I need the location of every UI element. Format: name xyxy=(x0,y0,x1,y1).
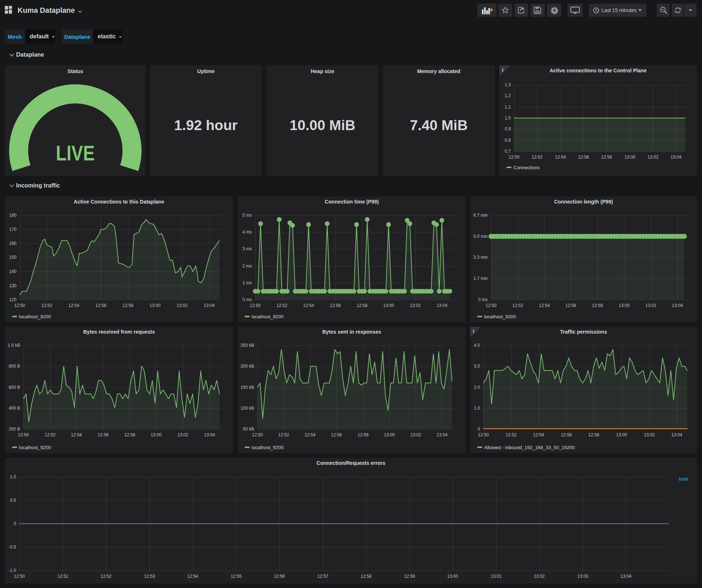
svg-text:12:58: 12:58 xyxy=(588,432,599,437)
svg-text:12:50: 12:50 xyxy=(486,303,497,308)
svg-text:6.7 min: 6.7 min xyxy=(473,213,488,218)
svg-text:Connection time (P99): Connection time (P99) xyxy=(325,199,379,205)
svg-text:13:02: 13:02 xyxy=(177,432,188,437)
svg-text:12:50: 12:50 xyxy=(18,432,29,437)
svg-text:13:00: 13:00 xyxy=(616,432,627,437)
svg-text:-1.0: -1.0 xyxy=(8,568,16,573)
svg-text:13:02: 13:02 xyxy=(410,432,421,437)
svg-text:12:58: 12:58 xyxy=(592,303,603,308)
svg-text:12:51: 12:51 xyxy=(57,574,68,579)
svg-text:1.1: 1.1 xyxy=(505,105,511,110)
svg-text:12:52: 12:52 xyxy=(506,432,517,437)
svg-text:12:58: 12:58 xyxy=(124,432,135,437)
svg-text:150 kB: 150 kB xyxy=(241,385,254,390)
svg-text:13:04: 13:04 xyxy=(204,432,215,437)
svg-text:200 B: 200 B xyxy=(9,426,20,432)
svg-text:5 ms: 5 ms xyxy=(242,213,252,218)
svg-text:12:58: 12:58 xyxy=(122,303,133,308)
svg-text:13:00: 13:00 xyxy=(384,432,395,437)
svg-text:Active Connections to this Dat: Active Connections to this Dataplane xyxy=(74,199,165,205)
svg-text:3.0: 3.0 xyxy=(474,364,480,369)
svg-text:Traffic permissions: Traffic permissions xyxy=(560,329,607,335)
svg-text:100 kB: 100 kB xyxy=(241,406,254,411)
svg-text:Connection length (P99): Connection length (P99) xyxy=(554,199,613,205)
svg-text:600 B: 600 B xyxy=(9,385,20,390)
svg-text:12:56: 12:56 xyxy=(330,303,341,308)
svg-text:localhost_9200: localhost_9200 xyxy=(252,445,283,450)
svg-text:12:52: 12:52 xyxy=(41,303,52,308)
svg-text:Connection/Requests errors: Connection/Requests errors xyxy=(317,460,385,466)
svg-text:-0.5: -0.5 xyxy=(8,545,16,550)
svg-text:1.7 min: 1.7 min xyxy=(473,276,488,281)
svg-text:Bytes sent in responses: Bytes sent in responses xyxy=(322,329,381,335)
svg-text:1 ms: 1 ms xyxy=(242,280,252,285)
svg-text:12:52: 12:52 xyxy=(532,155,543,160)
svg-text:12:56: 12:56 xyxy=(274,574,285,579)
svg-text:180: 180 xyxy=(9,213,16,218)
svg-text:3 ms: 3 ms xyxy=(242,246,252,251)
svg-text:12:52: 12:52 xyxy=(512,303,523,308)
svg-text:12:54: 12:54 xyxy=(68,303,79,308)
svg-text:12:54: 12:54 xyxy=(539,303,550,308)
svg-text:13:02: 13:02 xyxy=(410,303,421,308)
svg-text:i: i xyxy=(502,67,503,73)
svg-text:12:52: 12:52 xyxy=(276,303,287,308)
svg-text:0.9: 0.9 xyxy=(505,126,511,132)
svg-text:localhost_9200: localhost_9200 xyxy=(252,314,283,319)
svg-text:1.0: 1.0 xyxy=(505,115,511,121)
svg-text:12:54: 12:54 xyxy=(533,432,544,437)
svg-text:150: 150 xyxy=(9,255,16,260)
svg-text:13:04: 13:04 xyxy=(620,574,631,579)
svg-text:13:02: 13:02 xyxy=(177,303,188,308)
svg-text:0.7: 0.7 xyxy=(505,149,511,154)
svg-text:12:58: 12:58 xyxy=(356,303,367,308)
svg-text:12:54: 12:54 xyxy=(303,303,314,308)
svg-text:12:50: 12:50 xyxy=(14,303,25,308)
svg-text:0.8: 0.8 xyxy=(505,138,511,143)
svg-text:13:02: 13:02 xyxy=(648,155,658,160)
svg-text:12:56: 12:56 xyxy=(565,303,576,308)
svg-text:12:53: 12:53 xyxy=(144,574,155,579)
svg-text:50 kB: 50 kB xyxy=(243,426,254,432)
svg-text:13:01: 13:01 xyxy=(491,574,502,579)
svg-text:12:52: 12:52 xyxy=(101,574,112,579)
svg-text:1.3: 1.3 xyxy=(505,82,511,87)
svg-text:13:02: 13:02 xyxy=(534,574,545,579)
svg-text:1.0: 1.0 xyxy=(10,474,16,479)
svg-text:12:50: 12:50 xyxy=(252,432,263,437)
svg-text:170: 170 xyxy=(9,227,16,232)
svg-text:12:50: 12:50 xyxy=(250,303,261,308)
svg-text:Active connections to the Cont: Active connections to the Control Plane xyxy=(550,68,646,73)
svg-text:1.0: 1.0 xyxy=(474,406,480,411)
svg-text:140: 140 xyxy=(9,269,16,274)
svg-text:1.0 kB: 1.0 kB xyxy=(8,343,20,348)
svg-text:12:56: 12:56 xyxy=(561,432,572,437)
svg-text:0 ms: 0 ms xyxy=(478,297,488,302)
svg-text:0: 0 xyxy=(14,521,16,526)
svg-text:1.2: 1.2 xyxy=(505,93,511,98)
svg-text:4 ms: 4 ms xyxy=(242,229,252,235)
svg-text:2.0: 2.0 xyxy=(474,385,480,390)
svg-text:160: 160 xyxy=(9,241,16,246)
svg-text:12:50: 12:50 xyxy=(478,432,489,437)
svg-text:localhost_9200: localhost_9200 xyxy=(19,445,51,450)
svg-text:2 ms: 2 ms xyxy=(242,263,252,269)
svg-text:12:58: 12:58 xyxy=(358,432,369,437)
svg-text:12:54: 12:54 xyxy=(305,432,316,437)
svg-text:13:00: 13:00 xyxy=(619,303,630,308)
svg-text:12:52: 12:52 xyxy=(45,432,56,437)
svg-text:13:04: 13:04 xyxy=(437,432,448,437)
svg-text:Connections: Connections xyxy=(513,165,540,170)
svg-text:12:57: 12:57 xyxy=(317,574,328,579)
svg-text:LIVE: LIVE xyxy=(56,141,95,165)
svg-text:12:58: 12:58 xyxy=(601,155,612,160)
svg-text:200 kB: 200 kB xyxy=(241,364,254,369)
svg-text:localhost_9200: localhost_9200 xyxy=(19,314,51,319)
svg-text:12:58: 12:58 xyxy=(361,574,371,579)
svg-text:12:56: 12:56 xyxy=(95,303,106,308)
svg-text:13:04: 13:04 xyxy=(671,432,682,437)
svg-text:12:56: 12:56 xyxy=(331,432,342,437)
svg-text:5.0 min: 5.0 min xyxy=(473,234,488,239)
svg-text:13:00: 13:00 xyxy=(624,155,635,160)
svg-text:13:02: 13:02 xyxy=(644,432,655,437)
